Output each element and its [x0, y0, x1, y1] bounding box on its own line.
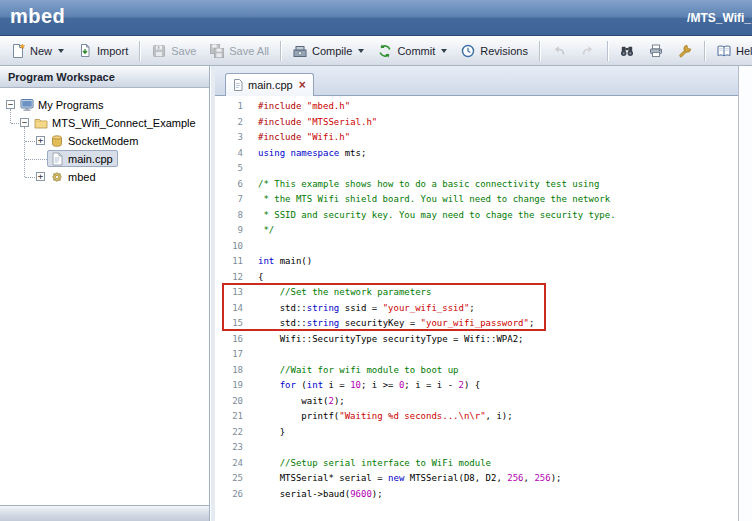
- code-editor[interactable]: 1#include "mbed.h"2#include "MTSSerial.h…: [215, 96, 738, 521]
- tab-close-icon[interactable]: ×: [298, 80, 306, 90]
- code-line[interactable]: 17: [215, 347, 738, 363]
- expand-plus-icon[interactable]: +: [36, 136, 45, 145]
- code-line[interactable]: 5: [215, 161, 738, 177]
- tab-file-icon: [233, 79, 243, 91]
- dropdown-caret-icon: [358, 49, 364, 53]
- tree-item-socketmodem[interactable]: +SocketModem: [0, 132, 208, 150]
- new-doc-icon: [10, 43, 26, 59]
- code-line[interactable]: 19 for (int i = 10; i >= 0; i = i - 2) {: [215, 378, 738, 394]
- compile-button[interactable]: Compile: [286, 40, 370, 62]
- code-line[interactable]: 26 serial->baud(9600);: [215, 487, 738, 503]
- code-line[interactable]: 22 }: [215, 425, 738, 441]
- expand-minus-icon[interactable]: −: [6, 100, 15, 109]
- mbed-library-icon: [50, 170, 64, 184]
- code-line[interactable]: 20 wait(2);: [215, 394, 738, 410]
- tree: −My Programs−MTS_Wifi_Connect_Example+So…: [0, 88, 208, 505]
- dropdown-caret-icon: [441, 49, 447, 53]
- tree-node: MTS_Wifi_Connect_Example: [31, 114, 201, 131]
- toolbar-separator: [139, 41, 140, 61]
- code-line[interactable]: 25 MTSSerial* serial = new MTSSerial(D8,…: [215, 471, 738, 487]
- tab-label: main.cpp: [248, 79, 293, 91]
- code-text: * the MTS Wifi shield board. You will ne…: [251, 192, 738, 208]
- toolbar-button-label: Save All: [229, 45, 269, 57]
- line-number: 16: [215, 332, 251, 348]
- help-button[interactable]: Help: [710, 40, 752, 62]
- tree-item-main-cpp[interactable]: main.cpp: [0, 150, 208, 168]
- tree-item-my-programs[interactable]: −My Programs: [0, 96, 208, 114]
- commit-button[interactable]: Commit: [371, 40, 453, 62]
- code-line[interactable]: 3#include "Wifi.h": [215, 130, 738, 146]
- code-line[interactable]: 8 * SSID and security key. You may need …: [215, 208, 738, 224]
- code-line[interactable]: 15 std::string securityKey = "your_wifi_…: [215, 316, 738, 332]
- code-text: Wifi::SecurityType securityType = Wifi::…: [251, 332, 738, 348]
- code-line[interactable]: 13 //Set the network parameters: [215, 285, 738, 301]
- code-text: //Setup serial interface to WiFi module: [251, 456, 738, 472]
- code-line[interactable]: 9 */: [215, 223, 738, 239]
- find-button[interactable]: [613, 40, 641, 62]
- editor-area: main.cpp × 1#include "mbed.h"2#include "…: [215, 66, 739, 521]
- code-line[interactable]: 10: [215, 239, 738, 255]
- line-number: 3: [215, 130, 251, 146]
- tree-item-label: My Programs: [38, 99, 103, 111]
- code-text: std::string securityKey = "your_wifi_pas…: [251, 316, 738, 332]
- code-text: //Wait for wifi module to boot up: [251, 363, 738, 379]
- line-number: 13: [215, 285, 251, 301]
- code-line[interactable]: 23: [215, 440, 738, 456]
- code-line[interactable]: 7 * the MTS Wifi shield board. You will …: [215, 192, 738, 208]
- line-number: 11: [215, 254, 251, 270]
- mbed-logo: mbed: [10, 5, 65, 28]
- tree-item-label: main.cpp: [68, 153, 113, 165]
- tree-item-label: MTS_Wifi_Connect_Example: [52, 117, 196, 129]
- tab-bar: main.cpp ×: [215, 66, 738, 96]
- code-line[interactable]: 6/* This example shows how to do a basic…: [215, 177, 738, 193]
- line-number: 2: [215, 115, 251, 131]
- line-number: 14: [215, 301, 251, 317]
- code-line[interactable]: 16 Wifi::SecurityType securityType = Wif…: [215, 332, 738, 348]
- revisions-button[interactable]: Revisions: [454, 40, 534, 62]
- code-line[interactable]: 21 printf("Waiting %d seconds...\n\r", i…: [215, 409, 738, 425]
- tree-item-mbed[interactable]: +mbed: [0, 168, 208, 186]
- toolbar-button-label: Commit: [397, 45, 435, 57]
- tree-item-mts-wifi-connect-example[interactable]: −MTS_Wifi_Connect_Example: [0, 114, 208, 132]
- code-text: [251, 440, 738, 456]
- right-edge-panel: [740, 66, 752, 521]
- code-text: //Set the network parameters: [251, 285, 738, 301]
- code-line[interactable]: 14 std::string ssid = "your_wifi_ssid";: [215, 301, 738, 317]
- sidebar-bottom-bar[interactable]: [0, 505, 209, 521]
- code-text: using namespace mts;: [251, 146, 738, 162]
- code-text: [251, 161, 738, 177]
- save-all-icon: [209, 43, 225, 59]
- code-line[interactable]: 2#include "MTSSerial.h": [215, 115, 738, 131]
- code-text: }: [251, 425, 738, 441]
- code-line[interactable]: 11int main(): [215, 254, 738, 270]
- line-number: 20: [215, 394, 251, 410]
- line-number: 21: [215, 409, 251, 425]
- expand-plus-icon[interactable]: +: [36, 172, 45, 181]
- format-button[interactable]: [671, 40, 699, 62]
- import-button[interactable]: Import: [71, 40, 134, 62]
- new-button[interactable]: New: [4, 40, 70, 62]
- code-text: MTSSerial* serial = new MTSSerial(D8, D2…: [251, 471, 738, 487]
- line-number: 9: [215, 223, 251, 239]
- save-all-button: Save All: [203, 40, 275, 62]
- expand-minus-icon[interactable]: −: [20, 118, 29, 127]
- code-line[interactable]: 4using namespace mts;: [215, 146, 738, 162]
- code-line[interactable]: 18 //Wait for wifi module to boot up: [215, 363, 738, 379]
- code-text: #include "mbed.h": [251, 99, 738, 115]
- compile-icon: [292, 43, 308, 59]
- redo-button: [574, 40, 602, 62]
- code-text: */: [251, 223, 738, 239]
- code-line[interactable]: 1#include "mbed.h": [215, 99, 738, 115]
- code-text: [251, 347, 738, 363]
- tree-node: SocketModem: [47, 132, 143, 149]
- code-line[interactable]: 24 //Setup serial interface to WiFi modu…: [215, 456, 738, 472]
- code-text: std::string ssid = "your_wifi_ssid";: [251, 301, 738, 317]
- tab-main-cpp[interactable]: main.cpp ×: [225, 73, 314, 96]
- code-text: {: [251, 270, 738, 286]
- toolbar-separator: [607, 41, 608, 61]
- code-line[interactable]: 12{: [215, 270, 738, 286]
- line-number: 17: [215, 347, 251, 363]
- print-button[interactable]: [642, 40, 670, 62]
- code-text: #include "MTSSerial.h": [251, 115, 738, 131]
- line-number: 5: [215, 161, 251, 177]
